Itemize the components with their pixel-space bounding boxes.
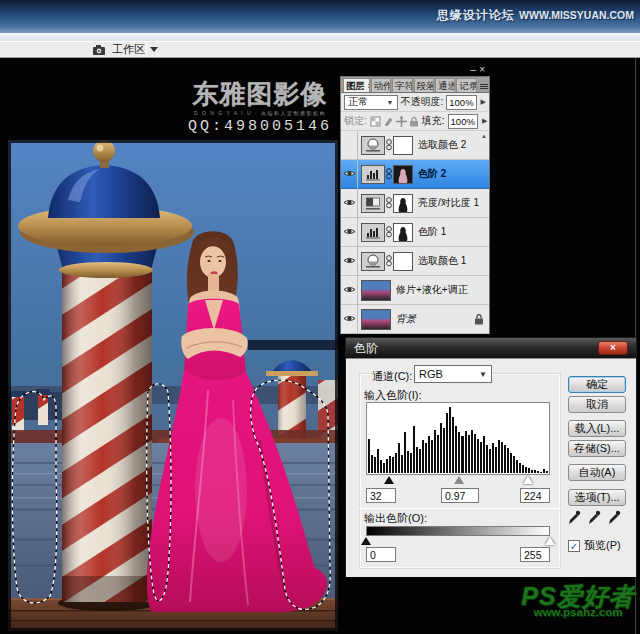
tab-close-icon[interactable]: ×	[368, 80, 370, 91]
layer-name: 色阶 1	[418, 225, 489, 239]
panel-menu-icon[interactable]	[478, 82, 487, 92]
psahz-watermark: PS爱好者 www.psahz.com	[520, 584, 636, 619]
levels-adjustment-icon	[361, 223, 385, 242]
layer-name: 选取颜色 2	[418, 138, 489, 152]
output-levels-label: 输出色阶(O):	[364, 511, 427, 526]
save-button[interactable]: 存储(S)...	[568, 440, 626, 457]
photo-image[interactable]	[8, 140, 338, 631]
visibility-toggle[interactable]	[341, 218, 358, 247]
layer-name: 选取颜色 1	[418, 254, 489, 268]
visibility-toggle[interactable]	[341, 247, 358, 276]
forum-watermark-url: WWW.MISSYUAN.COM	[519, 9, 634, 21]
channel-select[interactable]: RGB ▼	[414, 365, 492, 383]
workspace-button[interactable]: 工作区	[84, 42, 166, 57]
layer-row-brightness-contrast-1[interactable]: 亮度/对比度 1	[341, 189, 489, 218]
auto-button[interactable]: 自动(A)	[568, 464, 626, 481]
gray-point-eyedropper-icon[interactable]	[588, 510, 602, 525]
blend-mode-select[interactable]: 正常▼	[344, 95, 398, 110]
opacity-spinner-icon[interactable]: ▶	[481, 98, 486, 106]
tab-channels[interactable]: 通道	[435, 78, 455, 92]
lock-position-icon[interactable]	[396, 116, 407, 127]
output-white-field[interactable]: 255	[520, 547, 550, 562]
layer-row-selective-color-2[interactable]: ▲ 选取颜色 2	[341, 131, 489, 160]
studio-logo-qq: QQ:498005146	[175, 118, 345, 135]
layer-mask-thumbnail[interactable]	[393, 136, 413, 155]
fill-spinner-icon[interactable]: ▶	[482, 117, 487, 125]
output-black-slider[interactable]	[361, 537, 371, 545]
layer-mask-thumbnail[interactable]	[393, 223, 413, 242]
link-icon	[385, 253, 393, 269]
layer-mask-thumbnail[interactable]	[393, 194, 413, 213]
brightness-contrast-icon	[361, 194, 385, 213]
selective-color-icon	[361, 136, 385, 155]
panel-close-button[interactable]: ×	[479, 64, 488, 75]
chevron-down-icon	[150, 47, 158, 52]
input-white-slider[interactable]	[523, 476, 533, 484]
visibility-toggle[interactable]	[341, 189, 358, 218]
layer-row-retouch[interactable]: 修片+液化+调正	[341, 276, 489, 305]
visibility-toggle[interactable]	[341, 276, 358, 305]
input-gamma-slider[interactable]	[454, 476, 464, 484]
dialog-close-button[interactable]: ×	[598, 341, 628, 355]
link-icon	[385, 137, 393, 153]
lock-icon	[474, 313, 484, 325]
input-sliders	[366, 476, 550, 485]
layer-thumbnail[interactable]	[361, 280, 391, 301]
layer-row-background[interactable]: 背景	[341, 305, 489, 334]
output-white-slider[interactable]	[545, 537, 555, 545]
visibility-toggle[interactable]	[341, 160, 358, 189]
layer-row-levels-1[interactable]: 色阶 1	[341, 218, 489, 247]
panel-minimize-button[interactable]: –	[471, 64, 480, 75]
lock-pixels-icon[interactable]	[383, 116, 394, 127]
panel-tabbar: 图层 × 动作 字符 段落 通道 记录	[340, 76, 490, 92]
load-button[interactable]: 载入(L)...	[568, 420, 626, 437]
output-sliders	[366, 537, 550, 545]
workspace-label: 工作区	[112, 42, 145, 57]
layer-mask-thumbnail[interactable]	[393, 252, 413, 271]
lock-label: 锁定:	[344, 114, 367, 128]
studio-logo: 东雅图影像 D O N G Y A I U · 高端私人定制摄影机构 QQ:49…	[175, 80, 345, 135]
levels-dialog-titlebar[interactable]: 色阶 ×	[346, 338, 636, 358]
input-white-field[interactable]: 224	[520, 488, 550, 503]
tab-actions[interactable]: 动作	[371, 78, 391, 92]
separator	[359, 508, 561, 509]
preview-checkbox[interactable]: ✓ 预览(P)	[568, 538, 621, 553]
lock-transparency-icon[interactable]	[370, 116, 381, 127]
options-button[interactable]: 选项(T)...	[568, 489, 626, 506]
fill-value[interactable]: 100%	[448, 114, 478, 129]
opacity-value[interactable]: 100%	[446, 95, 476, 110]
input-black-field[interactable]: 32	[366, 488, 396, 503]
input-gamma-field[interactable]: 0.97	[441, 488, 479, 503]
visibility-toggle[interactable]	[341, 131, 358, 160]
checkbox-check-icon[interactable]: ✓	[568, 540, 580, 552]
chevron-down-icon: ▼	[387, 99, 394, 106]
cancel-button[interactable]: 取消	[568, 396, 626, 413]
visibility-toggle[interactable]	[341, 305, 358, 334]
tab-history[interactable]: 记录	[456, 78, 476, 92]
link-icon	[385, 166, 393, 182]
tab-character[interactable]: 字符	[392, 78, 412, 92]
eyedropper-group	[568, 510, 622, 525]
layer-thumbnail[interactable]	[361, 309, 391, 330]
tab-paragraph[interactable]: 段落	[414, 78, 434, 92]
output-black-field[interactable]: 0	[366, 547, 396, 562]
lock-all-icon[interactable]	[409, 116, 419, 127]
tab-layers[interactable]: 图层 ×	[343, 78, 370, 92]
scroll-up-icon[interactable]: ▲	[481, 133, 487, 139]
input-black-slider[interactable]	[384, 476, 394, 484]
opacity-label: 不透明度:	[401, 95, 444, 109]
selective-color-icon	[361, 252, 385, 271]
layer-mask-thumbnail[interactable]	[393, 165, 413, 184]
black-point-eyedropper-icon[interactable]	[568, 510, 582, 525]
white-point-eyedropper-icon[interactable]	[608, 510, 622, 525]
chevron-down-icon: ▼	[479, 370, 487, 379]
options-separator	[146, 43, 147, 57]
histogram	[366, 402, 550, 475]
layer-row-levels-2[interactable]: 色阶 2	[341, 160, 489, 189]
ok-button[interactable]: 确定	[568, 376, 626, 393]
workspace-icon	[92, 44, 107, 56]
layer-name: 背景	[396, 312, 474, 326]
layers-panel: –× 图层 × 动作 字符 段落 通道 记录 正常▼ 不透明度: 100% ▶ …	[340, 66, 490, 334]
layer-row-selective-color-1[interactable]: 选取颜色 1	[341, 247, 489, 276]
levels-dialog-title: 色阶	[354, 340, 378, 357]
